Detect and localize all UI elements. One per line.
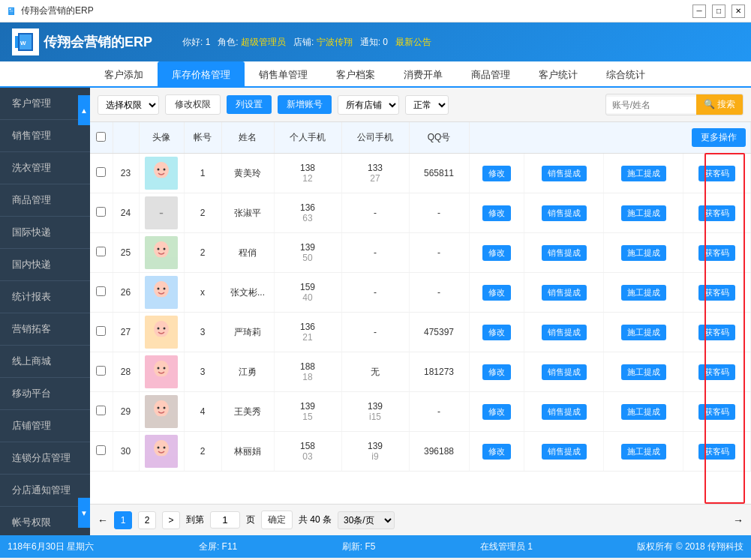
sidebar-item-stats-report[interactable]: 统计报表 <box>0 281 90 313</box>
sales-create-button[interactable]: 销售提成 <box>542 245 587 261</box>
sales-create-button[interactable]: 销售提成 <box>542 325 587 340</box>
more-actions-button[interactable]: 更多操作 <box>692 128 746 147</box>
row-action-code[interactable]: 获客码 <box>683 193 751 233</box>
row-action-sales[interactable]: 销售提成 <box>524 352 604 392</box>
edit-button[interactable]: 修改 <box>482 245 511 261</box>
edit-button[interactable]: 修改 <box>482 205 511 221</box>
sidebar-item-product-mgmt[interactable]: 商品管理 <box>0 184 90 217</box>
row-action-edit[interactable]: 修改 <box>469 233 524 273</box>
row-action-build[interactable]: 施工提成 <box>604 313 683 352</box>
row-action-sales[interactable]: 销售提成 <box>524 233 604 273</box>
sales-create-button[interactable]: 销售提成 <box>542 444 587 460</box>
build-create-button[interactable]: 施工提成 <box>621 205 666 221</box>
row-checkbox[interactable] <box>90 193 113 233</box>
build-create-button[interactable]: 施工提成 <box>621 444 666 460</box>
sales-create-button[interactable]: 销售提成 <box>542 205 587 221</box>
get-code-button[interactable]: 获客码 <box>698 166 735 181</box>
tab-customer-stats[interactable]: 客户统计 <box>524 61 592 88</box>
sidebar-arrow-down[interactable]: ▼ <box>78 498 90 528</box>
row-action-edit[interactable]: 修改 <box>469 273 524 313</box>
edit-button[interactable]: 修改 <box>482 364 511 380</box>
goto-confirm-button[interactable]: 确定 <box>261 511 293 529</box>
build-create-button[interactable]: 施工提成 <box>621 364 666 380</box>
row-action-build[interactable]: 施工提成 <box>604 193 683 233</box>
get-code-button[interactable]: 获客码 <box>698 285 735 301</box>
row-action-edit[interactable]: 修改 <box>469 392 524 432</box>
row-action-code[interactable]: 获客码 <box>683 154 751 193</box>
edit-button[interactable]: 修改 <box>482 444 511 460</box>
row-action-code[interactable]: 获客码 <box>683 273 751 313</box>
row-action-code[interactable]: 获客码 <box>683 392 751 432</box>
build-create-button[interactable]: 施工提成 <box>621 245 666 261</box>
row-checkbox[interactable] <box>90 392 113 432</box>
sidebar-arrow-up[interactable]: ▲ <box>78 95 90 125</box>
build-create-button[interactable]: 施工提成 <box>621 404 666 420</box>
get-code-button[interactable]: 获客码 <box>698 444 735 460</box>
search-input[interactable] <box>606 97 696 113</box>
tab-customer-file[interactable]: 客户档案 <box>322 61 389 88</box>
page-size-select[interactable]: 30条/页 50条/页 100条/页 <box>338 511 395 529</box>
sidebar-item-marketing[interactable]: 营销拓客 <box>0 313 90 346</box>
row-action-build[interactable]: 施工提成 <box>604 154 683 193</box>
sales-create-button[interactable]: 销售提成 <box>542 285 587 301</box>
get-code-button[interactable]: 获客码 <box>698 404 735 420</box>
row-action-edit[interactable]: 修改 <box>469 352 524 392</box>
select-all-checkbox[interactable] <box>96 132 106 142</box>
search-button[interactable]: 🔍 搜索 <box>696 94 743 115</box>
get-code-button[interactable]: 获客码 <box>698 245 735 261</box>
tab-sales-order[interactable]: 销售单管理 <box>245 61 322 88</box>
row-checkbox[interactable] <box>90 432 113 472</box>
row-action-sales[interactable]: 销售提成 <box>524 154 604 193</box>
edit-button[interactable]: 修改 <box>482 166 511 181</box>
row-checkbox[interactable] <box>90 233 113 273</box>
row-action-build[interactable]: 施工提成 <box>604 432 683 472</box>
sidebar-item-account-perm[interactable]: 帐号权限 <box>0 507 90 535</box>
sidebar-item-laundry-mgmt[interactable]: 洗衣管理 <box>0 152 90 184</box>
sales-create-button[interactable]: 销售提成 <box>542 166 587 181</box>
page-next-btn[interactable]: > <box>162 511 180 529</box>
row-checkbox[interactable] <box>90 313 113 352</box>
row-checkbox[interactable] <box>90 154 113 193</box>
sidebar-item-store-mgmt[interactable]: 店铺管理 <box>0 410 90 442</box>
status-filter-select[interactable]: 正常 <box>405 95 449 115</box>
edit-button[interactable]: 修改 <box>482 285 511 301</box>
row-action-edit[interactable]: 修改 <box>469 432 524 472</box>
col-setting-button[interactable]: 列设置 <box>227 95 272 114</box>
sidebar-item-branch-notify[interactable]: 分店通知管理 <box>0 475 90 507</box>
row-action-code[interactable]: 获客码 <box>683 313 751 352</box>
get-code-button[interactable]: 获客码 <box>698 205 735 221</box>
permission-select[interactable]: 选择权限 <box>98 95 159 115</box>
row-action-code[interactable]: 获客码 <box>683 233 751 273</box>
row-action-build[interactable]: 施工提成 <box>604 273 683 313</box>
row-action-sales[interactable]: 销售提成 <box>524 273 604 313</box>
close-button[interactable]: ✕ <box>731 4 745 18</box>
page-2-btn[interactable]: 2 <box>138 511 156 529</box>
tab-consume-order[interactable]: 消费开单 <box>389 61 457 88</box>
row-action-code[interactable]: 获客码 <box>683 432 751 472</box>
row-action-edit[interactable]: 修改 <box>469 313 524 352</box>
edit-button[interactable]: 修改 <box>482 404 511 420</box>
sales-create-button[interactable]: 销售提成 <box>542 364 587 380</box>
row-action-build[interactable]: 施工提成 <box>604 352 683 392</box>
row-checkbox[interactable] <box>90 352 113 392</box>
add-account-button[interactable]: 新增账号 <box>278 95 332 114</box>
edit-button[interactable]: 修改 <box>482 325 511 340</box>
minimize-button[interactable]: ─ <box>692 4 706 18</box>
row-action-sales[interactable]: 销售提成 <box>524 392 604 432</box>
tab-comprehensive-stats[interactable]: 综合统计 <box>592 61 659 88</box>
build-create-button[interactable]: 施工提成 <box>621 285 666 301</box>
sidebar-item-sales-mgmt[interactable]: 销售管理 <box>0 120 90 152</box>
sidebar-item-mobile-platform[interactable]: 移动平台 <box>0 378 90 410</box>
row-checkbox[interactable] <box>90 273 113 313</box>
goto-page-input[interactable] <box>210 511 240 529</box>
tab-product-mgmt[interactable]: 商品管理 <box>457 61 524 88</box>
row-action-build[interactable]: 施工提成 <box>604 392 683 432</box>
row-action-edit[interactable]: 修改 <box>469 154 524 193</box>
sidebar-item-chain-branch[interactable]: 连锁分店管理 <box>0 442 90 475</box>
maximize-button[interactable]: □ <box>712 4 725 18</box>
get-code-button[interactable]: 获客码 <box>698 364 735 380</box>
row-action-sales[interactable]: 销售提成 <box>524 193 604 233</box>
modify-perm-button[interactable]: 修改权限 <box>165 94 221 115</box>
get-code-button[interactable]: 获客码 <box>698 325 735 340</box>
row-action-edit[interactable]: 修改 <box>469 193 524 233</box>
